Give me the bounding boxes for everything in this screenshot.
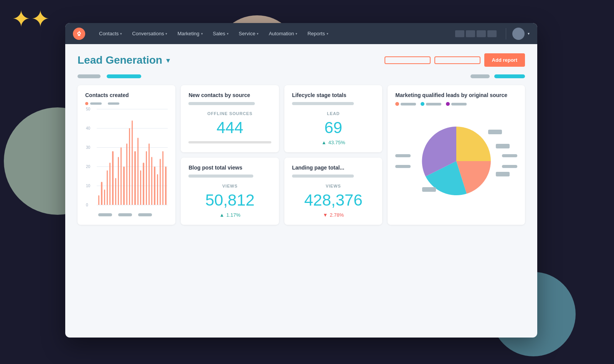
legend-dot-purple [446, 102, 450, 106]
new-contacts-category: OFFLINE SOURCES [188, 111, 271, 116]
x-label-1 [98, 213, 112, 216]
nav-item-conversations[interactable]: Conversations ▾ [127, 28, 172, 39]
grid-label-10: 10 [86, 184, 90, 188]
title-dropdown-icon[interactable]: ▾ [166, 56, 170, 65]
hubspot-icon [73, 28, 85, 40]
x-labels [97, 213, 168, 216]
chevron-icon: ▾ [295, 32, 297, 36]
landing-views-card: Landing page total... VIEWS 428,376 ▼ 2.… [284, 158, 382, 225]
bar-item [140, 170, 141, 205]
bar-item [149, 143, 150, 205]
pie-chart-wrapper [414, 123, 498, 199]
grid-box-4[interactable] [487, 30, 497, 37]
legend-label-3 [451, 103, 467, 105]
grid-box-2[interactable] [466, 30, 475, 37]
blog-views-title: Blog post total views [188, 165, 271, 171]
page-title: Lead Generation [78, 54, 162, 66]
pie-tooltip-1 [488, 130, 502, 134]
right-labels [502, 154, 517, 168]
bar-item [157, 174, 158, 205]
filter-pill-active[interactable] [107, 74, 141, 78]
legend-dot-orange [395, 102, 399, 106]
nav-item-contacts[interactable]: Contacts ▾ [94, 28, 127, 39]
add-report-button[interactable]: Add report [484, 53, 525, 67]
filter-left [78, 74, 141, 78]
filter-pill-3[interactable] [494, 74, 525, 78]
marketing-leads-card: Marketing qualified leads by original so… [388, 85, 525, 225]
legend-label-2 [426, 103, 441, 105]
header-actions: Add report [385, 53, 525, 67]
hubspot-logo[interactable] [73, 28, 85, 40]
bar-item [146, 151, 147, 205]
legend-item-teal [421, 102, 441, 106]
right-label-2 [502, 165, 517, 168]
new-contacts-bar [188, 141, 271, 143]
avatar[interactable] [512, 28, 525, 40]
x-labels-group [98, 213, 152, 216]
lifecycle-subtitle [292, 102, 354, 105]
nav-item-marketing[interactable]: Marketing ▾ [173, 28, 207, 39]
left-label-2 [395, 165, 411, 168]
bar-chart: 50 40 30 20 10 [85, 109, 168, 216]
bar-item [107, 170, 108, 205]
new-contacts-subtitle [188, 102, 254, 105]
legend-dot-teal [421, 102, 424, 106]
bar-item [118, 157, 119, 205]
nav-item-reports[interactable]: Reports ▾ [303, 28, 333, 39]
grid-line-0: 0 [97, 205, 168, 205]
filter-button-1[interactable] [385, 56, 431, 64]
legend-item-1 [85, 102, 102, 105]
bar-item [154, 166, 155, 205]
nav-item-automation[interactable]: Automation ▾ [264, 28, 302, 39]
chevron-icon: ▾ [227, 32, 229, 36]
up-arrow-icon: ▲ [220, 212, 224, 218]
bar-item [112, 151, 113, 205]
grid-label-50: 50 [86, 107, 90, 111]
nav-items: Contacts ▾ Conversations ▾ Marketing ▾ S… [94, 28, 455, 39]
landing-category: VIEWS [292, 184, 375, 188]
x-label-3 [138, 213, 152, 216]
bar-item [162, 151, 163, 205]
landing-value: 428,376 [292, 191, 375, 209]
bar-item [132, 120, 133, 205]
bar-item [123, 166, 124, 205]
lifecycle-category: LEAD [292, 111, 375, 116]
lifecycle-change-pct: 43.75% [328, 140, 345, 145]
page-header: Lead Generation ▾ Add report [78, 53, 525, 67]
filter-pill-2[interactable] [470, 74, 490, 78]
left-labels [395, 154, 411, 168]
lifecycle-change: ▲ 43.75% [292, 140, 375, 145]
new-contacts-card: New contacts by source OFFLINE SOURCES 4… [181, 85, 279, 152]
filter-pill-1[interactable] [78, 74, 101, 78]
landing-change: ▼ 2.78% [292, 212, 375, 218]
grid-box-3[interactable] [477, 30, 486, 37]
up-arrow-icon: ▲ [322, 140, 327, 145]
bar-item [115, 178, 116, 205]
blog-change: ▲ 1.17% [188, 212, 271, 218]
legend-dot-orange [85, 102, 88, 105]
legend-line-1 [90, 102, 102, 105]
bar-item [126, 143, 127, 205]
marketing-leads-title: Marketing qualified leads by original so… [395, 92, 517, 98]
navbar-divider [506, 28, 506, 40]
contacts-created-card: Contacts created 50 [78, 85, 175, 225]
cards-grid: Contacts created 50 [78, 85, 525, 225]
nav-item-sales[interactable]: Sales ▾ [208, 28, 234, 39]
new-contacts-title: New contacts by source [188, 92, 271, 98]
lifecycle-value: 69 [292, 119, 375, 137]
grid-icons [455, 30, 497, 37]
pie-tooltip-4 [422, 187, 436, 192]
filter-button-2[interactable] [434, 56, 480, 64]
contacts-created-title: Contacts created [85, 92, 168, 98]
grid-box-1[interactable] [455, 30, 464, 37]
avatar-chevron-icon[interactable]: ▾ [528, 31, 530, 36]
blog-views-card: Blog post total views VIEWS 50,812 ▲ 1.1… [181, 158, 279, 225]
filter-right [470, 74, 525, 78]
new-contacts-value: 444 [188, 119, 271, 137]
bar-item [129, 128, 130, 205]
bar-item [109, 163, 111, 205]
nav-item-service[interactable]: Service ▾ [234, 28, 263, 39]
landing-subtitle [292, 175, 354, 178]
bars-area [97, 109, 168, 205]
grid-label-40: 40 [86, 126, 90, 130]
